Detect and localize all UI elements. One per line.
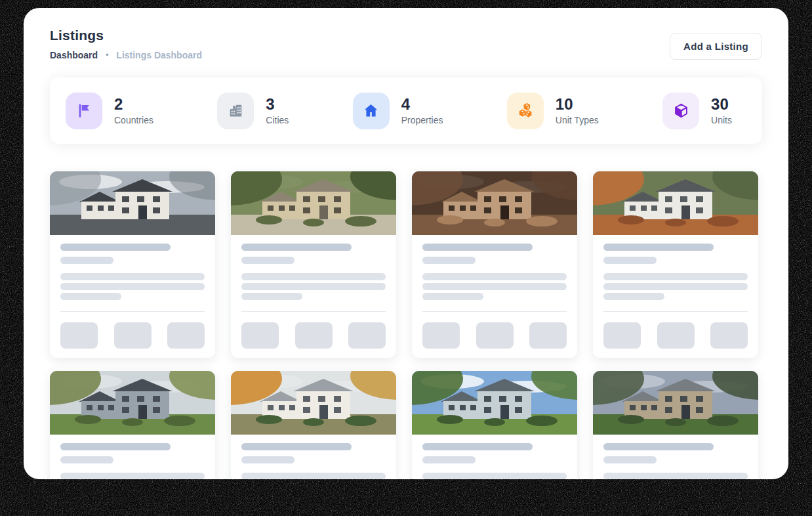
stats-bar: 2 Countries xyxy=(50,77,762,144)
stat-properties-label: Properties xyxy=(401,115,443,125)
skeleton-actions xyxy=(422,322,567,349)
page-header: Listings Dashboard • Listings Dashboard … xyxy=(50,28,762,60)
skeleton-action-button xyxy=(60,322,98,349)
stat-countries-label: Countries xyxy=(114,115,153,125)
listing-photo xyxy=(50,371,215,435)
skeleton-text-line xyxy=(60,293,121,300)
listing-card-2[interactable] xyxy=(412,171,577,358)
listing-photo xyxy=(231,171,396,235)
skeleton-actions xyxy=(60,322,205,349)
listing-photo xyxy=(50,171,215,235)
skeleton-action-button xyxy=(114,322,152,349)
stat-cities-value: 3 xyxy=(266,96,289,112)
stat-unit-types-label: Unit Types xyxy=(556,115,599,125)
skeleton-action-button xyxy=(710,322,748,349)
listing-card-body xyxy=(50,435,215,479)
listing-card-3[interactable] xyxy=(593,171,758,358)
skeleton-subtitle xyxy=(422,456,476,463)
card-divider xyxy=(603,311,748,312)
card-divider xyxy=(422,311,567,312)
breadcrumb-separator: • xyxy=(106,51,108,60)
skeleton-action-button xyxy=(167,322,205,349)
skeleton-text-line xyxy=(603,293,664,300)
skeleton-text-line xyxy=(60,473,205,479)
skeleton-text-line xyxy=(422,473,567,479)
skeleton-text-line xyxy=(241,473,386,479)
skeleton-text-line xyxy=(422,293,483,300)
skeleton-subtitle xyxy=(241,456,294,463)
stat-unit-types-value: 10 xyxy=(556,96,599,112)
skeleton-text-line xyxy=(422,283,567,290)
listing-card-7[interactable] xyxy=(593,371,758,479)
skeleton-subtitle xyxy=(422,257,476,264)
stat-cities: 3 Cities xyxy=(217,93,289,129)
stat-units-value: 30 xyxy=(711,96,732,112)
listings-page: Listings Dashboard • Listings Dashboard … xyxy=(24,8,788,479)
skeleton-text-line xyxy=(241,273,386,280)
add-listing-button[interactable]: Add a Listing xyxy=(670,33,762,60)
skeleton-subtitle xyxy=(60,257,113,264)
listing-card-4[interactable] xyxy=(50,371,215,479)
card-divider xyxy=(241,311,386,312)
stat-properties: 4 Properties xyxy=(353,93,443,129)
breadcrumb-dashboard[interactable]: Dashboard xyxy=(50,50,98,60)
skeleton-text-line xyxy=(241,293,302,300)
listing-card-body xyxy=(231,435,396,479)
skeleton-subtitle xyxy=(241,257,294,264)
breadcrumb-listings-dashboard: Listings Dashboard xyxy=(116,50,202,60)
breadcrumb: Dashboard • Listings Dashboard xyxy=(50,50,202,60)
buildings-icon xyxy=(217,93,254,129)
listing-card-body xyxy=(50,235,215,358)
home-icon xyxy=(353,93,390,129)
listing-card-body xyxy=(593,235,758,358)
skeleton-title xyxy=(241,443,352,450)
skeleton-actions xyxy=(241,322,386,349)
listing-photo xyxy=(412,171,577,235)
skeleton-title xyxy=(603,244,714,251)
listing-card-body xyxy=(412,435,577,479)
skeleton-actions xyxy=(603,322,748,349)
listing-card-0[interactable] xyxy=(50,171,215,358)
skeleton-text-line xyxy=(603,473,748,479)
listing-photo xyxy=(231,371,396,435)
skeleton-text-line xyxy=(603,283,748,290)
listing-card-body xyxy=(231,235,396,358)
skeleton-text-line xyxy=(60,283,205,290)
listings-grid xyxy=(50,171,762,479)
listing-photo xyxy=(593,171,758,235)
skeleton-subtitle xyxy=(60,456,113,463)
skeleton-action-button xyxy=(241,322,279,349)
skeleton-action-button xyxy=(422,322,460,349)
skeleton-action-button xyxy=(529,322,567,349)
skeleton-text-line xyxy=(60,273,205,280)
page-title: Listings xyxy=(50,28,202,43)
listing-card-5[interactable] xyxy=(231,371,396,479)
skeleton-text-line xyxy=(603,273,748,280)
stat-units: 30 Units xyxy=(662,93,732,129)
stat-countries-value: 2 xyxy=(114,96,153,112)
skeleton-action-button xyxy=(348,322,386,349)
skeleton-action-button xyxy=(657,322,695,349)
skeleton-title xyxy=(60,443,171,450)
skeleton-title xyxy=(241,244,352,251)
stat-units-label: Units xyxy=(711,115,732,125)
card-divider xyxy=(60,311,205,312)
stat-unit-types: 10 Unit Types xyxy=(507,93,599,129)
listing-card-6[interactable] xyxy=(412,371,577,479)
skeleton-text-line xyxy=(422,273,567,280)
skeleton-action-button xyxy=(476,322,514,349)
skeleton-text-line xyxy=(241,283,386,290)
listing-card-body xyxy=(593,435,758,479)
stat-cities-label: Cities xyxy=(266,115,289,125)
skeleton-title xyxy=(60,244,171,251)
skeleton-title xyxy=(603,443,714,450)
skeleton-subtitle xyxy=(603,257,657,264)
listing-card-1[interactable] xyxy=(231,171,396,358)
cubes-icon xyxy=(507,93,544,129)
stat-properties-value: 4 xyxy=(401,96,443,112)
skeleton-action-button xyxy=(295,322,333,349)
listing-card-body xyxy=(412,235,577,358)
stat-countries: 2 Countries xyxy=(66,93,153,129)
listing-photo xyxy=(593,371,758,435)
skeleton-title xyxy=(422,244,533,251)
